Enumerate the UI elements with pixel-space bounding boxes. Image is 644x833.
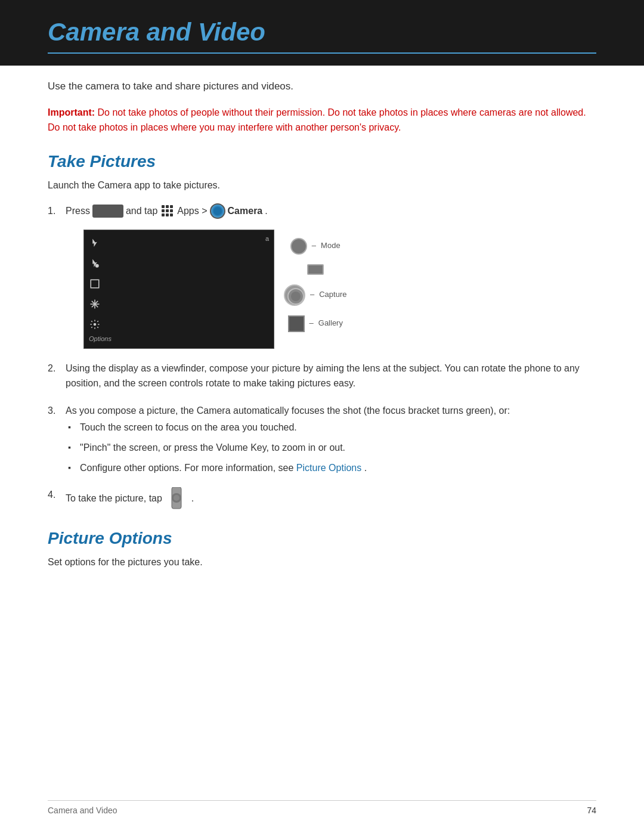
mode-control: – Mode [290, 238, 340, 255]
bullet-2-text: "Pinch" the screen, or press the Volume … [80, 442, 345, 453]
gallery-label: Gallery [318, 317, 343, 330]
camera-flash-settings-icon [89, 258, 101, 270]
camera-left-icons [89, 237, 101, 330]
picture-options-section: Picture Options Set options for the pict… [48, 529, 596, 569]
mode-svg [89, 278, 100, 289]
gear-svg [89, 319, 100, 330]
filter-svg [89, 299, 100, 309]
header-divider [48, 52, 596, 54]
camera-options-label: Options [89, 334, 112, 345]
camera-mockup: a Options – Mode [83, 230, 596, 349]
step-2: 2. Using the display as a viewfinder, co… [48, 361, 596, 391]
bullet-1: Touch the screen to focus on the area yo… [66, 420, 596, 435]
important-label: Important: [48, 107, 95, 117]
mode-button [290, 238, 307, 255]
step1-middle: and tap [126, 203, 157, 219]
step-4-prefix: To take the picture, tap [66, 494, 162, 504]
section-title-picture-options: Picture Options [48, 529, 596, 548]
step1-apps-label: Apps > [177, 203, 207, 219]
chapter-header: Camera and Video [0, 0, 644, 66]
camera-screen-indicator: a [265, 234, 269, 244]
step-2-text: Using the display as a viewfinder, compo… [66, 363, 580, 389]
capture-control: – Capture [284, 284, 346, 306]
step-1: 1. Press and tap Apps > Camera . [48, 203, 596, 349]
capture-svg [285, 286, 306, 307]
bullet-2: "Pinch" the screen, or press the Volume … [66, 441, 596, 455]
step-3-prefix: As you compose a picture, the Camera aut… [66, 405, 510, 416]
svg-rect-1 [91, 280, 99, 288]
step1-camera-label: Camera [228, 203, 263, 219]
svg-point-11 [174, 495, 179, 501]
footer-chapter-label: Camera and Video [48, 806, 117, 815]
take-pictures-intro: Launch the Camera app to take pictures. [48, 178, 596, 193]
picture-options-link[interactable]: Picture Options [296, 463, 361, 473]
camera-right-controls: – Mode [284, 230, 346, 332]
gallery-control: – Gallery [288, 315, 343, 332]
important-text: Do not take photos of people without the… [48, 107, 586, 133]
step-3: 3. As you compose a picture, the Camera … [48, 403, 596, 476]
svg-point-6 [94, 323, 97, 326]
camera-screen: a Options [83, 230, 274, 349]
step-3-bullets: Touch the screen to focus on the area yo… [66, 420, 596, 475]
svg-point-8 [291, 292, 301, 301]
step1-prefix: Press [66, 203, 90, 219]
mode-label: Mode [321, 240, 340, 252]
camera-app-icon [210, 203, 225, 219]
step-4: 4. To take the picture, tap . [48, 487, 596, 511]
step-2-number: 2. [48, 361, 55, 376]
step-4-number: 4. [48, 487, 55, 503]
step-3-number: 3. [48, 403, 55, 419]
capture-label: Capture [319, 289, 346, 301]
page-container: Camera and Video Use the camera to take … [0, 0, 644, 833]
section-title-take-pictures: Take Pictures [48, 152, 596, 171]
step-1-number: 1. [48, 203, 55, 219]
bullet-3-end: . [364, 463, 367, 473]
video-button [307, 264, 324, 275]
step-1-content: Press and tap Apps > Camera . [66, 203, 596, 219]
steps-list: 1. Press and tap Apps > Camera . [48, 203, 596, 512]
capture-button [284, 284, 305, 306]
gallery-button [288, 315, 305, 332]
step1-period: . [265, 203, 267, 219]
flash-settings-svg [89, 258, 100, 269]
camera-filter-icon [89, 298, 101, 310]
picture-options-intro: Set options for the pictures you take. [48, 555, 596, 569]
tap-capture-icon [167, 487, 186, 511]
footer-page-number: 74 [587, 806, 596, 815]
page-footer: Camera and Video 74 [48, 800, 596, 815]
camera-mode-icon [89, 278, 101, 290]
camera-flash-icon [89, 237, 101, 249]
bullet-1-text: Touch the screen to focus on the area yo… [80, 422, 297, 432]
home-button-icon [92, 205, 123, 218]
video-control [307, 264, 324, 275]
flash-svg [89, 238, 100, 249]
intro-text: Use the camera to take and share picture… [48, 79, 596, 94]
apps-grid-icon [162, 205, 173, 216]
svg-point-0 [95, 264, 99, 267]
camera-settings-icon [89, 318, 101, 330]
important-block: Important: Do not take photos of people … [48, 105, 596, 135]
bullet-3-text: Configure other options. For more inform… [80, 463, 296, 473]
chapter-title: Camera and Video [48, 18, 596, 47]
bullet-3: Configure other options. For more inform… [66, 461, 596, 475]
step-4-suffix: . [191, 494, 194, 504]
